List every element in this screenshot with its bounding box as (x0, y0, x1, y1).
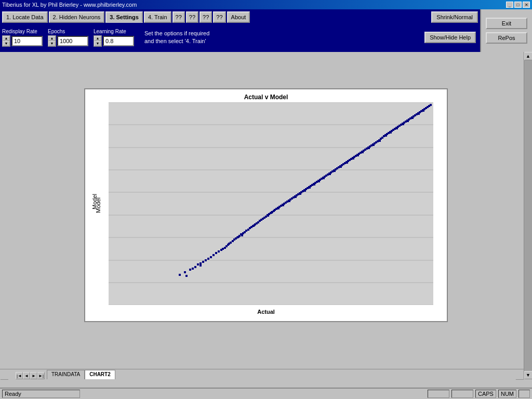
svg-rect-190 (422, 110, 424, 112)
minimize-button[interactable]: _ (506, 2, 513, 8)
tab-settings[interactable]: 3. Settings (105, 11, 143, 23)
title-bar: Tiberius for XL by Phil Brierley - www.p… (0, 0, 532, 9)
svg-rect-14 (185, 275, 188, 277)
y-axis-label-rotated: Model (91, 194, 98, 209)
traindata-tab[interactable]: TRAINDATA (47, 370, 85, 379)
repos-button[interactable]: RePos (486, 32, 527, 44)
redisplay-rate-spinner[interactable]: ▲ ▼ (2, 35, 10, 47)
epochs-group: Epochs ▲ ▼ 1000 (48, 29, 88, 47)
title-bar-buttons: _ □ ✕ (506, 2, 530, 8)
svg-rect-84 (295, 196, 297, 198)
tab-first-btn[interactable]: |◄ (16, 372, 23, 379)
scroll-v-track (524, 60, 532, 371)
svg-rect-61 (267, 215, 269, 217)
tab-hidden-neurons[interactable]: 2. Hidden Neurons (49, 11, 105, 23)
tab-prev-btn[interactable]: ◄ (23, 372, 30, 379)
tab-about[interactable]: About (227, 11, 250, 23)
svg-rect-41 (237, 236, 240, 238)
tab-q4[interactable]: ?? (213, 11, 225, 23)
status-input-box2 (451, 390, 473, 398)
svg-rect-19 (202, 261, 204, 263)
redisplay-up-btn[interactable]: ▲ (3, 36, 10, 41)
learning-rate-group: Learning Rate ▲ ▼ 0.8 (94, 29, 134, 47)
learning-down-btn[interactable]: ▼ (94, 41, 101, 46)
svg-rect-168 (396, 127, 398, 129)
svg-rect-186 (418, 113, 420, 115)
svg-rect-12 (184, 271, 186, 273)
svg-rect-20 (205, 259, 207, 261)
svg-rect-127 (346, 162, 348, 164)
svg-rect-145 (368, 147, 370, 149)
right-panel: Exit RePos (480, 9, 532, 52)
status-num: NUM (498, 390, 516, 398)
svg-rect-122 (340, 166, 342, 168)
main-content: Actual v Model Model (0, 52, 532, 353)
x-axis-label: Actual (257, 309, 275, 315)
tab-next-btn[interactable]: ► (30, 372, 37, 379)
epochs-up-btn[interactable]: ▲ (48, 36, 56, 41)
epochs-input[interactable]: 1000 (57, 36, 88, 46)
epochs-ctrl: ▲ ▼ 1000 (48, 35, 88, 47)
svg-rect-136 (357, 154, 359, 156)
epochs-spinner[interactable]: ▲ ▼ (48, 35, 56, 47)
learning-rate-label: Learning Rate (94, 29, 134, 34)
svg-rect-15 (192, 268, 194, 270)
vertical-scrollbar: ▲ ▼ (524, 52, 532, 379)
shrink-normal-button[interactable]: Shrink/Normal (431, 11, 478, 23)
svg-rect-113 (329, 173, 331, 175)
status-right-group: CAPS NUM (428, 390, 530, 398)
svg-rect-104 (318, 180, 320, 182)
redisplay-rate-input[interactable]: 10 (11, 36, 43, 46)
chart-title: Actual v Model (85, 89, 447, 103)
svg-rect-132 (352, 157, 354, 159)
redisplay-rate-ctrl: ▲ ▼ 10 (2, 35, 43, 47)
svg-rect-100 (313, 183, 315, 185)
svg-rect-13 (189, 269, 191, 271)
svg-rect-23 (210, 256, 212, 258)
epochs-label: Epochs (48, 29, 88, 34)
show-hide-help-button[interactable]: Show/Hide Help (424, 32, 476, 43)
status-extra (518, 390, 530, 398)
close-button[interactable]: ✕ (523, 2, 530, 8)
svg-rect-159 (385, 135, 387, 137)
status-bar: Ready CAPS NUM (0, 388, 532, 399)
svg-rect-74 (282, 204, 284, 206)
maximize-button[interactable]: □ (514, 2, 522, 8)
tab-q1[interactable]: ?? (172, 11, 185, 23)
svg-rect-88 (299, 193, 301, 195)
learning-rate-spinner[interactable]: ▲ ▼ (94, 35, 102, 47)
tab-nav-arrows: |◄ ◄ ► ►| (16, 372, 45, 379)
tab-q3[interactable]: ?? (200, 11, 212, 23)
svg-rect-163 (390, 131, 392, 134)
svg-rect-70 (277, 207, 280, 209)
scroll-up-button[interactable]: ▲ (524, 52, 533, 60)
status-text: Ready (2, 390, 80, 398)
info-line2: and then select '4. Train' (144, 37, 209, 45)
epochs-down-btn[interactable]: ▼ (48, 41, 56, 46)
svg-rect-16 (197, 263, 199, 265)
scroll-down-button[interactable]: ▼ (524, 371, 533, 379)
svg-rect-79 (288, 200, 290, 202)
tab-last-btn[interactable]: ►| (37, 372, 45, 379)
svg-rect-25 (215, 252, 217, 254)
learning-rate-input[interactable]: 0.8 (103, 36, 134, 46)
svg-rect-154 (379, 140, 381, 142)
tab-q2[interactable]: ?? (186, 11, 198, 23)
learning-up-btn[interactable]: ▲ (94, 36, 101, 41)
svg-rect-22 (200, 264, 202, 267)
svg-rect-0 (109, 102, 433, 305)
redisplay-down-btn[interactable]: ▼ (3, 41, 10, 46)
chart-svg: 0 0.1 0.2 0.3 0.4 0.5 0.6 0.7 0.8 0.9 0 … (109, 102, 433, 305)
svg-rect-181 (411, 117, 414, 119)
svg-rect-18 (200, 262, 202, 264)
tab-locate-data[interactable]: 1. Locate Data (2, 11, 48, 23)
exit-button[interactable]: Exit (486, 18, 527, 29)
svg-rect-24 (212, 254, 215, 256)
svg-rect-108 (323, 177, 325, 179)
chart2-tab[interactable]: CHART2 (85, 370, 115, 379)
status-caps: CAPS (475, 390, 496, 398)
learning-rate-ctrl: ▲ ▼ 0.8 (94, 35, 134, 47)
svg-rect-173 (402, 123, 404, 125)
tab-train[interactable]: 4. Train (144, 11, 171, 23)
svg-rect-43 (241, 234, 243, 236)
